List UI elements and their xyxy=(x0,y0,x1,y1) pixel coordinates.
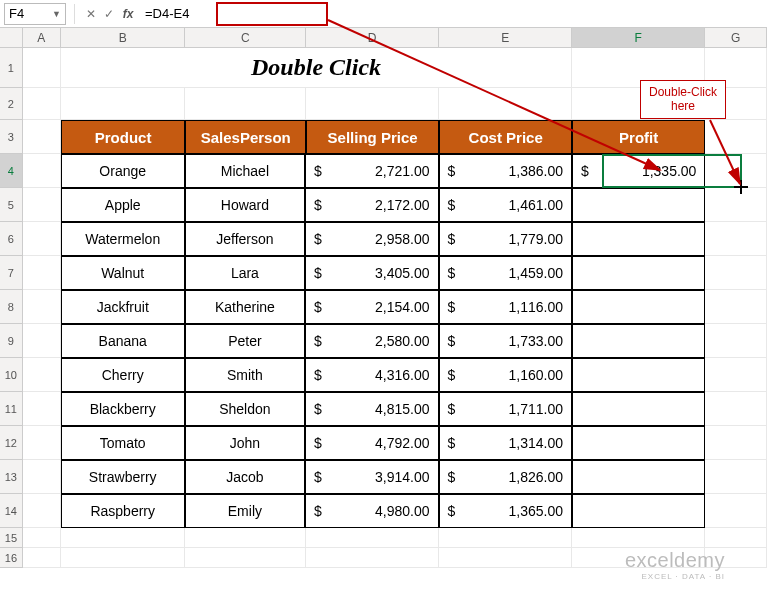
cell-E16[interactable] xyxy=(439,548,572,568)
cell-A12[interactable] xyxy=(23,426,61,460)
cell-profit[interactable] xyxy=(572,392,705,426)
cell-G8[interactable] xyxy=(705,290,767,324)
cell-salesperson[interactable]: Lara xyxy=(185,256,305,290)
row-head-8[interactable]: 8 xyxy=(0,290,23,324)
cell-G3[interactable] xyxy=(705,120,767,154)
cell-G10[interactable] xyxy=(705,358,767,392)
cell-B15[interactable] xyxy=(61,528,185,548)
row-head-4[interactable]: 4 xyxy=(0,154,23,188)
cell-product[interactable]: Walnut xyxy=(61,256,185,290)
cell-D2[interactable] xyxy=(306,88,439,120)
cell-selling-price[interactable]: $4,815.00 xyxy=(305,392,438,426)
col-header-E[interactable]: E xyxy=(439,28,572,47)
cell-cost-price[interactable]: $1,711.00 xyxy=(439,392,572,426)
title-cell[interactable]: Double Click xyxy=(61,48,572,88)
cell-G12[interactable] xyxy=(705,426,767,460)
row-head-2[interactable]: 2 xyxy=(0,88,23,120)
cell-A10[interactable] xyxy=(23,358,61,392)
cell-A6[interactable] xyxy=(23,222,61,256)
col-header-A[interactable]: A xyxy=(23,28,61,47)
cell-profit[interactable]: $1,335.00 xyxy=(572,154,705,188)
header-salesperson[interactable]: SalesPerson xyxy=(185,120,306,154)
cell-A9[interactable] xyxy=(23,324,61,358)
cell-A11[interactable] xyxy=(23,392,61,426)
cell-salesperson[interactable]: Jacob xyxy=(185,460,305,494)
cell-selling-price[interactable]: $2,172.00 xyxy=(305,188,438,222)
cell-G13[interactable] xyxy=(705,460,767,494)
cell-profit[interactable] xyxy=(572,188,705,222)
cell-G14[interactable] xyxy=(705,494,767,528)
cell-cost-price[interactable]: $1,461.00 xyxy=(439,188,572,222)
cell-A16[interactable] xyxy=(23,548,61,568)
cell-salesperson[interactable]: Sheldon xyxy=(185,392,305,426)
cell-profit[interactable] xyxy=(572,256,705,290)
select-all-corner[interactable] xyxy=(0,28,23,47)
cell-product[interactable]: Strawberry xyxy=(61,460,185,494)
cell-selling-price[interactable]: $4,316.00 xyxy=(305,358,438,392)
cell-salesperson[interactable]: Katherine xyxy=(185,290,305,324)
col-header-B[interactable]: B xyxy=(61,28,185,47)
cell-cost-price[interactable]: $1,459.00 xyxy=(439,256,572,290)
cell-A5[interactable] xyxy=(23,188,61,222)
cell-selling-price[interactable]: $2,721.00 xyxy=(305,154,438,188)
cell-profit[interactable] xyxy=(572,494,705,528)
cell-product[interactable]: Watermelon xyxy=(61,222,185,256)
row-head-11[interactable]: 11 xyxy=(0,392,23,426)
row-head-6[interactable]: 6 xyxy=(0,222,23,256)
cell-F15[interactable] xyxy=(572,528,705,548)
cell-C15[interactable] xyxy=(185,528,306,548)
cell-selling-price[interactable]: $2,580.00 xyxy=(305,324,438,358)
cell-B16[interactable] xyxy=(61,548,185,568)
cell-cost-price[interactable]: $1,160.00 xyxy=(439,358,572,392)
cell-product[interactable]: Orange xyxy=(61,154,185,188)
cell-salesperson[interactable]: Michael xyxy=(185,154,305,188)
cell-G4[interactable] xyxy=(705,154,767,188)
cell-product[interactable]: Tomato xyxy=(61,426,185,460)
cell-product[interactable]: Cherry xyxy=(61,358,185,392)
cell-selling-price[interactable]: $3,914.00 xyxy=(305,460,438,494)
cell-profit[interactable] xyxy=(572,358,705,392)
fx-icon[interactable]: fx xyxy=(119,7,137,21)
cell-selling-price[interactable]: $4,792.00 xyxy=(305,426,438,460)
cell-A2[interactable] xyxy=(23,88,61,120)
cell-cost-price[interactable]: $1,733.00 xyxy=(439,324,572,358)
cell-product[interactable]: Raspberry xyxy=(61,494,185,528)
header-selling-price[interactable]: Selling Price xyxy=(306,120,439,154)
row-head-16[interactable]: 16 xyxy=(0,548,23,568)
row-head-1[interactable]: 1 xyxy=(0,48,23,88)
cell-B2[interactable] xyxy=(61,88,185,120)
cell-cost-price[interactable]: $1,314.00 xyxy=(439,426,572,460)
cell-product[interactable]: Jackfruit xyxy=(61,290,185,324)
cell-D16[interactable] xyxy=(306,548,439,568)
cell-cost-price[interactable]: $1,779.00 xyxy=(439,222,572,256)
cell-G5[interactable] xyxy=(705,188,767,222)
cell-profit[interactable] xyxy=(572,460,705,494)
cell-salesperson[interactable]: Howard xyxy=(185,188,305,222)
cell-selling-price[interactable]: $2,154.00 xyxy=(305,290,438,324)
cell-D15[interactable] xyxy=(306,528,439,548)
cell-product[interactable]: Banana xyxy=(61,324,185,358)
row-head-5[interactable]: 5 xyxy=(0,188,23,222)
header-product[interactable]: Product xyxy=(61,120,186,154)
cell-salesperson[interactable]: Emily xyxy=(185,494,305,528)
row-head-3[interactable]: 3 xyxy=(0,120,23,154)
row-head-13[interactable]: 13 xyxy=(0,460,23,494)
cell-cost-price[interactable]: $1,365.00 xyxy=(439,494,572,528)
header-profit[interactable]: Profit xyxy=(572,120,705,154)
cell-product[interactable]: Apple xyxy=(61,188,185,222)
header-cost-price[interactable]: Cost Price xyxy=(439,120,572,154)
cell-profit[interactable] xyxy=(572,426,705,460)
cell-product[interactable]: Blackberry xyxy=(61,392,185,426)
cell-selling-price[interactable]: $4,980.00 xyxy=(305,494,438,528)
cell-A3[interactable] xyxy=(23,120,61,154)
cell-salesperson[interactable]: John xyxy=(185,426,305,460)
cell-E15[interactable] xyxy=(439,528,572,548)
cell-C16[interactable] xyxy=(185,548,306,568)
col-header-G[interactable]: G xyxy=(705,28,767,47)
cell-E2[interactable] xyxy=(439,88,572,120)
cell-salesperson[interactable]: Smith xyxy=(185,358,305,392)
cell-G7[interactable] xyxy=(705,256,767,290)
formula-input[interactable]: =D4-E4 xyxy=(139,6,767,21)
cell-G6[interactable] xyxy=(705,222,767,256)
name-box[interactable]: F4 ▼ xyxy=(4,3,66,25)
